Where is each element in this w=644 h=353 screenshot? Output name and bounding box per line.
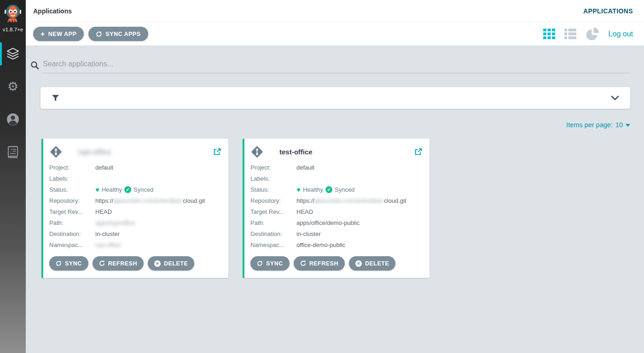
- filter-icon: [52, 94, 59, 102]
- list-view-icon[interactable]: [564, 29, 576, 39]
- row-label: Path:: [250, 219, 296, 226]
- sidebar: v1.8.7+e ⚙ ?: [0, 0, 26, 353]
- row-label: Namespac...: [49, 241, 95, 248]
- delete-label: DELETE: [365, 260, 389, 267]
- card-row-target-rev: Target Rev... HEAD: [250, 206, 422, 217]
- row-value: HEAD: [95, 208, 112, 215]
- sidebar-item-docs[interactable]: ?: [0, 141, 26, 164]
- sidebar-nav: ⚙ ?: [0, 42, 26, 164]
- card-row-labels: Labels:: [250, 173, 422, 184]
- search-icon: [30, 61, 39, 70]
- synced-check-icon: ✓: [124, 186, 131, 193]
- row-label: Repository:: [49, 197, 95, 204]
- application-card[interactable]: lupi-office Project: default Labels:: [41, 139, 228, 278]
- repo-redacted: gitea.tmbx.com/tmbx/tikal-: [113, 197, 183, 204]
- new-app-label: NEW APP: [48, 31, 76, 37]
- repo-suffix: cloud.git: [384, 197, 406, 204]
- row-value: office-demo-public: [296, 241, 345, 248]
- card-header: test-office: [250, 144, 422, 159]
- toolbar: + NEW APP SYNC APPS: [26, 22, 644, 46]
- card-row-path: Path: apps/office/demo-public: [250, 217, 422, 228]
- card-header: lupi-office: [49, 144, 221, 159]
- applications-grid: lupi-office Project: default Labels:: [41, 139, 630, 278]
- healthy-heart-icon: ♥: [296, 186, 301, 193]
- delete-button[interactable]: ✕ DELETE: [148, 256, 194, 271]
- items-per-page-dropdown[interactable]: Items per page: 10: [566, 121, 630, 129]
- sync-label: SYNC: [65, 260, 82, 267]
- row-label: Project:: [49, 164, 95, 171]
- git-icon: [250, 145, 264, 159]
- row-value: in-cluster: [296, 230, 321, 237]
- row-label: Repository:: [250, 197, 296, 204]
- row-label: Labels:: [49, 175, 95, 182]
- application-card[interactable]: test-office Project: default Labels:: [243, 139, 429, 278]
- toolbar-view-controls: Log out: [543, 27, 633, 41]
- refresh-button[interactable]: REFRESH: [93, 256, 144, 271]
- sync-button[interactable]: SYNC: [49, 256, 88, 271]
- card-row-labels: Labels:: [49, 173, 221, 184]
- refresh-label: REFRESH: [309, 260, 338, 267]
- refresh-icon: [300, 260, 306, 266]
- card-row-repository: Repository: https://gitea.tmbx.com/tmbx/…: [49, 195, 221, 206]
- breadcrumb[interactable]: Applications: [33, 7, 72, 15]
- row-label: Namespac...: [250, 241, 296, 248]
- page-title: APPLICATIONS: [583, 7, 633, 15]
- refresh-button[interactable]: REFRESH: [294, 256, 345, 271]
- card-row-path: Path: apps/lupi/office: [49, 217, 221, 228]
- row-label: Project:: [250, 164, 296, 171]
- row-value: lupi-office: [95, 241, 121, 248]
- card-actions: SYNC REFRESH ✕ DELETE: [250, 256, 422, 271]
- sync-status: Synced: [133, 186, 153, 193]
- sync-apps-label: SYNC APPS: [105, 31, 140, 37]
- sync-icon: [56, 260, 62, 266]
- sidebar-item-user[interactable]: [0, 108, 26, 131]
- delete-button[interactable]: ✕ DELETE: [349, 256, 395, 271]
- card-row-namespace: Namespac... lupi-office: [49, 239, 221, 250]
- sync-apps-button[interactable]: SYNC APPS: [88, 27, 148, 41]
- row-value: default: [296, 164, 314, 171]
- app-name: lupi-office: [78, 148, 111, 156]
- delete-label: DELETE: [164, 260, 188, 267]
- row-value: apps/office/demo-public: [296, 219, 360, 226]
- argo-logo: v1.8.7+e: [0, 0, 26, 32]
- main-area: Applications APPLICATIONS + NEW APP SYNC…: [26, 0, 644, 353]
- logout-link[interactable]: Log out: [609, 30, 633, 38]
- row-value: default: [95, 164, 113, 171]
- card-actions: SYNC REFRESH ✕ DELETE: [49, 256, 221, 271]
- caret-down-icon: [626, 124, 630, 127]
- external-link-icon[interactable]: [414, 148, 422, 156]
- content: Items per page: 10 lupi-office: [26, 46, 644, 353]
- row-label: Path:: [49, 219, 95, 226]
- octopus-logo-icon: [3, 3, 23, 23]
- version-label: v1.8.7+e: [0, 27, 26, 32]
- pie-summary-icon[interactable]: [586, 27, 599, 41]
- health-status: Healthy: [303, 186, 323, 193]
- new-app-button[interactable]: + NEW APP: [33, 27, 84, 41]
- row-value: in-cluster: [95, 230, 120, 237]
- sidebar-item-applications[interactable]: [0, 42, 26, 65]
- row-label: Status:: [250, 186, 296, 193]
- layers-icon: [6, 47, 20, 60]
- sidebar-item-settings[interactable]: ⚙: [0, 75, 26, 98]
- row-value: HEAD: [296, 208, 313, 215]
- grid-view-icon[interactable]: [543, 29, 555, 39]
- row-value: apps/lupi/office: [95, 219, 135, 226]
- external-link-icon[interactable]: [213, 148, 221, 156]
- chevron-down-icon[interactable]: [611, 95, 619, 100]
- card-row-repository: Repository: https://gitea.tmbx.com/tmbx/…: [250, 195, 422, 206]
- sync-icon: [257, 260, 263, 266]
- sync-status: Synced: [335, 186, 354, 193]
- sync-button[interactable]: SYNC: [250, 256, 290, 271]
- search-input[interactable]: [42, 58, 630, 73]
- row-label: Target Rev...: [250, 208, 296, 215]
- topbar: Applications APPLICATIONS: [26, 0, 644, 22]
- card-row-destination: Destination: in-cluster: [250, 228, 422, 239]
- filter-panel[interactable]: [41, 87, 630, 109]
- delete-x-icon: ✕: [154, 260, 161, 267]
- card-row-target-rev: Target Rev... HEAD: [49, 206, 221, 217]
- svg-text:?: ?: [10, 148, 12, 152]
- items-per-page-label: Items per page:: [566, 121, 613, 129]
- toolbar-actions: + NEW APP SYNC APPS: [33, 27, 148, 41]
- card-row-destination: Destination: in-cluster: [49, 228, 221, 239]
- items-per-page-value: 10: [615, 121, 623, 129]
